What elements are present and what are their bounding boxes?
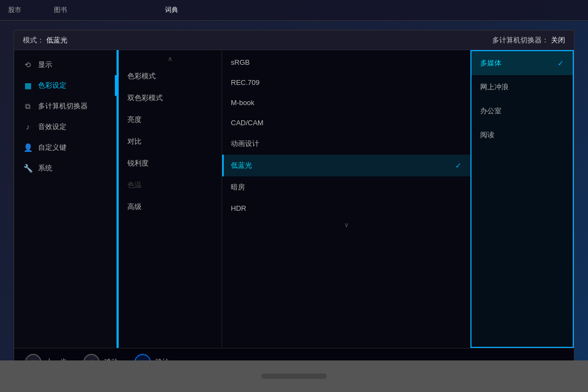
sidebar-item-color[interactable]: ▦ 色彩设定	[14, 75, 117, 96]
setting-brightness[interactable]: 亮度	[119, 109, 222, 131]
setting-dual-color[interactable]: 双色彩模式	[119, 87, 222, 109]
color-mode-hdr[interactable]: HDR	[222, 198, 470, 218]
monitor-stand	[261, 373, 327, 379]
scroll-down-indicator: ∨	[222, 218, 470, 231]
multimedia-checkmark: ✓	[558, 59, 564, 68]
system-icon: 🔧	[23, 163, 33, 173]
color-mode-srgb[interactable]: sRGB	[222, 52, 470, 72]
osd-suboptions-panel: 多媒体 ✓ 网上冲浪 办公室 阅读	[470, 50, 574, 348]
color-mode-darkroom[interactable]: 暗房	[222, 176, 470, 198]
lowblue-checkmark: ✓	[455, 161, 462, 170]
suboption-websurfing[interactable]: 网上冲浪	[471, 75, 573, 99]
suboption-empty1	[471, 147, 573, 169]
color-mode-animation[interactable]: 动画设计	[222, 133, 470, 155]
suboption-empty2	[471, 169, 573, 191]
setting-sharpness[interactable]: 锐利度	[119, 152, 222, 174]
taskbar-item-dict: 词典	[165, 5, 178, 15]
sidebar-item-hotkey[interactable]: 👤 自定义键	[14, 137, 117, 158]
setting-advanced[interactable]: 高级	[119, 196, 222, 218]
color-icon: ▦	[23, 81, 33, 90]
osd-sidebar: ⟲ 显示 ▦ 色彩设定 ⧉ 多计算机切换器 ♪ 音效设定 👤 自定义键 🔧 系统	[14, 50, 118, 348]
sidebar-item-audio[interactable]: ♪ 音效设定	[14, 117, 117, 137]
suboption-multimedia[interactable]: 多媒体 ✓	[471, 51, 573, 75]
taskbar: 股市 图书 词典	[0, 0, 588, 21]
osd-color-modes: sRGB REC.709 M-book CAD/CAM 动画设计 低蓝光 ✓ 暗…	[222, 50, 470, 348]
taskbar-item-books: 图书	[54, 5, 67, 15]
color-mode-lowblue[interactable]: 低蓝光 ✓	[222, 155, 470, 176]
kvm-icon: ⧉	[23, 101, 33, 111]
mode-label: 模式： 低蓝光	[23, 35, 68, 45]
osd-header: 模式： 低蓝光 多计算机切换器： 关闭	[14, 30, 574, 50]
suboption-empty3	[471, 191, 573, 212]
color-mode-mbook[interactable]: M-book	[222, 93, 470, 113]
kvm-label: 多计算机切换器： 关闭	[492, 35, 565, 45]
osd-settings-column: ∧ 色彩模式 双色彩模式 亮度 对比 锐利度 色温 高级	[119, 50, 222, 348]
audio-icon: ♪	[23, 122, 33, 132]
suboption-office[interactable]: 办公室	[471, 99, 573, 123]
sidebar-item-system[interactable]: 🔧 系统	[14, 158, 117, 179]
taskbar-item-stocks: 股市	[8, 5, 21, 15]
setting-color-mode[interactable]: 色彩模式	[119, 65, 222, 87]
sidebar-item-display[interactable]: ⟲ 显示	[14, 54, 117, 75]
hotkey-icon: 👤	[23, 143, 33, 152]
setting-color-temp: 色温	[119, 174, 222, 196]
monitor-base	[0, 360, 588, 392]
display-icon: ⟲	[23, 60, 33, 70]
osd-body: ⟲ 显示 ▦ 色彩设定 ⧉ 多计算机切换器 ♪ 音效设定 👤 自定义键 🔧 系统	[14, 50, 574, 348]
color-mode-cadcam[interactable]: CAD/CAM	[222, 113, 470, 133]
sidebar-item-kvm[interactable]: ⧉ 多计算机切换器	[14, 96, 117, 117]
setting-contrast[interactable]: 对比	[119, 131, 222, 152]
suboption-reading[interactable]: 阅读	[471, 123, 573, 147]
color-mode-rec709[interactable]: REC.709	[222, 72, 470, 93]
osd-container: 模式： 低蓝光 多计算机切换器： 关闭 ⟲ 显示 ▦ 色彩设定 ⧉ 多计算机切换…	[14, 30, 574, 376]
scroll-up-indicator: ∧	[119, 52, 222, 65]
